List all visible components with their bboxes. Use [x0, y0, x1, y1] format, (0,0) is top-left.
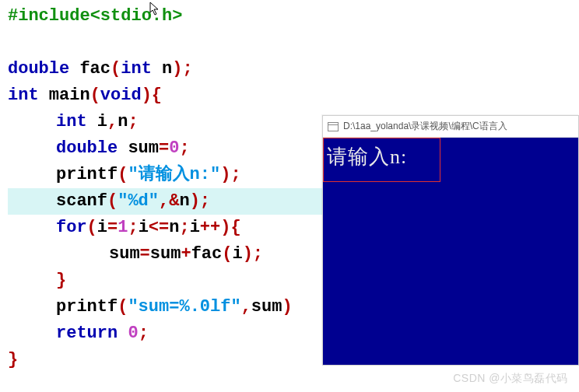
angle-gt: > — [172, 6, 182, 26]
terminal-titlebar[interactable]: D:\1aa_yolanda\录课视频\编程\C语言入 — [323, 116, 578, 138]
var-name: n — [179, 191, 189, 211]
lparen: ( — [222, 244, 232, 264]
num-literal: 0 — [169, 138, 179, 158]
lparen: ( — [111, 59, 121, 79]
lparen: ( — [90, 86, 100, 105]
lparen: ( — [118, 297, 128, 317]
angle-lt: < — [90, 6, 100, 26]
type-token: double — [56, 138, 118, 158]
mouse-cursor-icon — [149, 2, 160, 19]
semicolon: ; — [230, 165, 240, 184]
fn-call: printf — [56, 165, 118, 184]
rparen: ) — [142, 86, 152, 105]
comma: , — [241, 297, 251, 317]
rparen: ) — [220, 218, 230, 237]
keyword-return: return — [56, 324, 118, 343]
equals: = — [107, 218, 118, 237]
rparen: ) — [282, 297, 292, 317]
semicolon: ; — [253, 244, 263, 264]
code-line: double fac(int n); — [8, 56, 571, 82]
semicolon: ; — [128, 218, 138, 237]
var-name: n — [169, 218, 179, 237]
semicolon: ; — [128, 112, 138, 131]
string-literal: "%d" — [118, 191, 159, 211]
var-name: i — [232, 244, 242, 264]
header-name: stdio.h — [100, 6, 172, 26]
semicolon: ; — [200, 191, 210, 211]
equals: = — [159, 138, 169, 158]
arg-name: n — [162, 59, 172, 79]
semicolon: ; — [139, 324, 149, 343]
var-name: sum — [128, 138, 159, 158]
var-name: i — [97, 218, 107, 237]
var-name: sum — [109, 244, 140, 264]
var-name: sum — [251, 297, 282, 317]
plus-op: + — [181, 244, 191, 264]
var-name: i — [139, 218, 149, 237]
num-literal: 1 — [118, 218, 128, 237]
inc-op: ++ — [200, 218, 220, 237]
terminal-window[interactable]: D:\1aa_yolanda\录课视频\编程\C语言入 请输入n: — [322, 115, 579, 366]
string-literal: "sum=%.0lf" — [128, 297, 240, 317]
watermark-text: CSDN @小菜鸟磊代码 — [453, 372, 568, 386]
lparen: ( — [87, 218, 97, 237]
var-name: i — [97, 112, 107, 131]
var-name: n — [118, 112, 128, 131]
ampersand: & — [169, 191, 179, 211]
terminal-body[interactable]: 请输入n: — [323, 138, 578, 365]
rbrace: } — [56, 271, 66, 290]
num-literal: 0 — [128, 324, 138, 343]
equals: = — [140, 244, 150, 264]
rparen: ) — [190, 191, 200, 211]
rparen: ) — [172, 59, 182, 79]
lbrace: { — [152, 86, 162, 105]
terminal-title-text: D:\1aa_yolanda\录课视频\编程\C语言入 — [343, 120, 507, 133]
fn-name: main — [49, 86, 90, 105]
window-icon — [328, 122, 339, 131]
comma: , — [107, 112, 118, 131]
fn-call: scanf — [56, 191, 107, 211]
fn-name: fac — [79, 59, 111, 79]
type-token: int — [56, 112, 87, 131]
code-line-blank — [8, 30, 571, 56]
var-name: i — [190, 218, 200, 237]
fn-call: printf — [56, 297, 118, 317]
semicolon: ; — [179, 138, 189, 158]
void-token: void — [100, 86, 142, 105]
type-token: int — [8, 86, 39, 105]
type-token: double — [8, 59, 69, 79]
string-literal: "请输入n:" — [128, 165, 220, 184]
terminal-prompt: 请输入n: — [323, 138, 440, 182]
fn-call: fac — [191, 244, 223, 264]
semicolon: ; — [182, 59, 192, 79]
rparen: ) — [243, 244, 253, 264]
comma: , — [159, 191, 169, 211]
le-op: <= — [149, 218, 169, 237]
preproc-token: #include — [8, 6, 90, 26]
lparen: ( — [118, 165, 128, 184]
keyword-for: for — [56, 218, 87, 237]
code-line: #include<stdio.h> — [8, 3, 571, 30]
rbrace: } — [8, 350, 18, 369]
arg-type: int — [121, 59, 152, 79]
lbrace: { — [230, 218, 240, 237]
semicolon: ; — [179, 218, 189, 237]
code-line: int main(void){ — [8, 82, 571, 109]
lparen: ( — [107, 191, 118, 211]
var-name: sum — [150, 244, 181, 264]
rparen: ) — [220, 165, 230, 184]
